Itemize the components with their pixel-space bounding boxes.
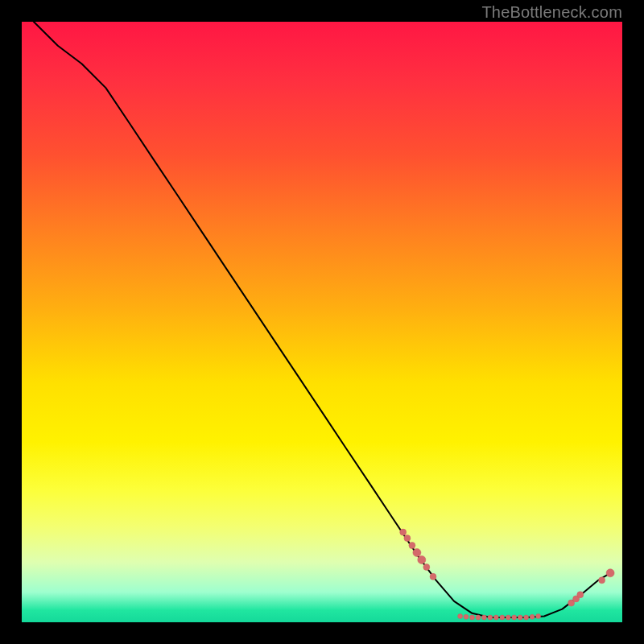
data-marker bbox=[409, 543, 415, 549]
chart-stage: TheBottleneck.com bbox=[0, 0, 644, 644]
data-marker bbox=[524, 615, 529, 620]
data-marker bbox=[530, 614, 535, 619]
markers-group bbox=[400, 529, 614, 620]
data-marker bbox=[577, 592, 584, 598]
data-marker bbox=[599, 577, 605, 584]
chart-svg bbox=[22, 22, 622, 622]
data-marker bbox=[400, 529, 407, 535]
data-marker bbox=[493, 615, 498, 620]
data-marker bbox=[500, 615, 505, 620]
data-marker bbox=[423, 564, 430, 570]
data-marker bbox=[476, 615, 481, 620]
data-marker bbox=[470, 615, 475, 620]
data-marker bbox=[418, 555, 426, 564]
data-marker bbox=[458, 614, 463, 619]
data-marker bbox=[430, 573, 436, 580]
data-marker bbox=[488, 615, 493, 620]
data-marker bbox=[506, 615, 510, 620]
data-marker bbox=[518, 615, 522, 620]
data-marker bbox=[464, 614, 469, 619]
watermark-text: TheBottleneck.com bbox=[481, 3, 622, 22]
data-marker bbox=[413, 549, 421, 557]
data-marker bbox=[536, 614, 541, 619]
data-marker bbox=[606, 569, 614, 577]
data-marker bbox=[512, 615, 517, 620]
plot-area bbox=[22, 22, 622, 622]
data-marker bbox=[404, 535, 411, 542]
data-marker bbox=[481, 615, 486, 620]
bottleneck-curve bbox=[34, 22, 610, 617]
